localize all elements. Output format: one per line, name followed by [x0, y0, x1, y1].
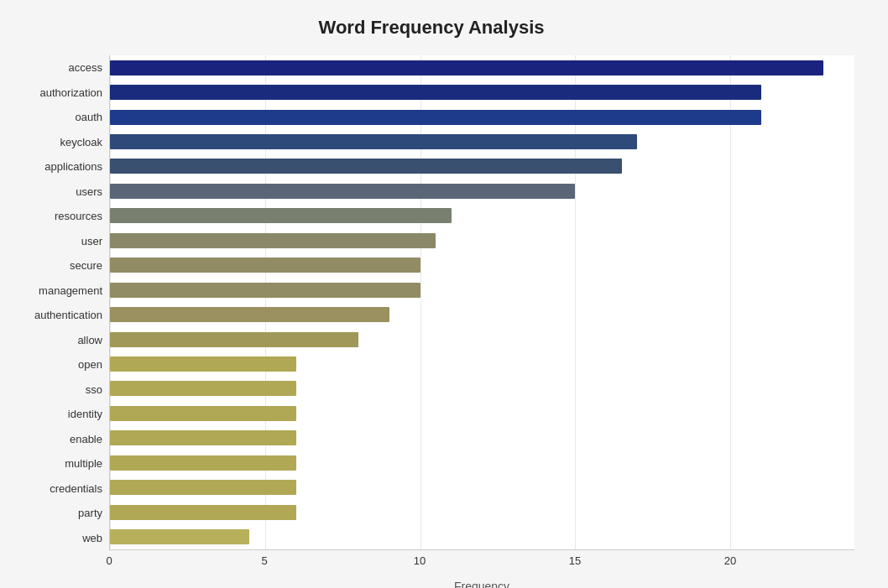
y-label-user: user [81, 232, 102, 250]
bar-row-management [110, 281, 854, 299]
bar-users [110, 184, 575, 199]
y-label-oauth: oauth [75, 108, 102, 127]
bar-row-identity [110, 404, 854, 423]
y-label-authorization: authorization [40, 83, 102, 101]
y-label-access: access [69, 59, 102, 77]
bar-access [110, 60, 823, 75]
bar-row-keycloak [110, 133, 854, 151]
bar-multiple [110, 455, 296, 471]
bar-row-web [110, 528, 854, 546]
x-tick-15: 15 [569, 554, 581, 567]
chart-container: Word Frequency Analysis accessauthorizat… [0, 0, 888, 588]
bar-keycloak [110, 134, 637, 149]
x-tick-5: 5 [261, 554, 267, 567]
y-label-enable: enable [70, 429, 102, 448]
bar-secure [110, 258, 420, 273]
y-label-keycloak: keycloak [60, 133, 102, 151]
bar-row-allow [110, 330, 854, 349]
y-label-identity: identity [68, 405, 102, 424]
bar-row-secure [110, 256, 854, 274]
y-label-users: users [76, 182, 102, 200]
y-label-web: web [82, 528, 102, 547]
y-label-secure: secure [70, 257, 102, 275]
y-label-multiple: multiple [65, 455, 102, 473]
y-label-applications: applications [44, 158, 102, 176]
bar-row-sso [110, 379, 854, 398]
bar-identity [110, 406, 296, 421]
bar-row-oauth [110, 108, 854, 127]
bar-management [110, 283, 420, 298]
bar-web [110, 529, 249, 544]
bar-row-open [110, 355, 854, 373]
bar-row-party [110, 503, 854, 522]
y-label-party: party [78, 504, 102, 523]
bar-enable [110, 430, 296, 445]
y-axis: accessauthorizationoauthkeycloakapplicat… [8, 55, 109, 550]
bar-credentials [110, 480, 296, 495]
grid-line-10 [420, 55, 421, 549]
bar-row-enable [110, 429, 854, 447]
x-axis: 05101520 [109, 550, 854, 575]
grid-line-20 [730, 55, 731, 549]
bar-row-user [110, 232, 854, 250]
bar-resources [110, 208, 452, 223]
y-label-management: management [39, 281, 102, 299]
grid-line-0 [110, 55, 111, 549]
bar-allow [110, 332, 358, 347]
x-axis-label: Frequency [109, 580, 854, 588]
bar-authentication [110, 307, 389, 322]
bar-open [110, 356, 296, 372]
x-tick-0: 0 [106, 554, 112, 567]
y-label-resources: resources [55, 207, 102, 226]
x-tick-20: 20 [724, 554, 736, 567]
y-label-allow: allow [77, 330, 102, 349]
chart-area: accessauthorizationoauthkeycloakapplicat… [8, 55, 854, 550]
bar-row-authorization [110, 83, 854, 101]
bar-row-credentials [110, 478, 854, 497]
grid-line-15 [575, 55, 576, 549]
y-label-credentials: credentials [50, 479, 102, 497]
x-tick-10: 10 [414, 554, 426, 567]
y-label-sso: sso [86, 380, 102, 398]
bar-row-applications [110, 157, 854, 175]
y-label-authentication: authentication [34, 306, 102, 325]
grid-line-5 [265, 55, 266, 549]
bar-row-resources [110, 206, 854, 225]
bars-area [109, 55, 854, 550]
bar-authorization [110, 85, 761, 100]
grid-lines [110, 55, 854, 549]
y-label-open: open [78, 356, 102, 374]
chart-title: Word Frequency Analysis [8, 17, 854, 39]
bar-applications [110, 159, 622, 174]
bar-user [110, 233, 436, 248]
bar-row-authentication [110, 305, 854, 324]
bar-party [110, 505, 296, 520]
bar-sso [110, 381, 296, 396]
bar-oauth [110, 110, 761, 125]
bar-row-access [110, 59, 854, 77]
bar-row-users [110, 182, 854, 200]
bar-row-multiple [110, 454, 854, 472]
